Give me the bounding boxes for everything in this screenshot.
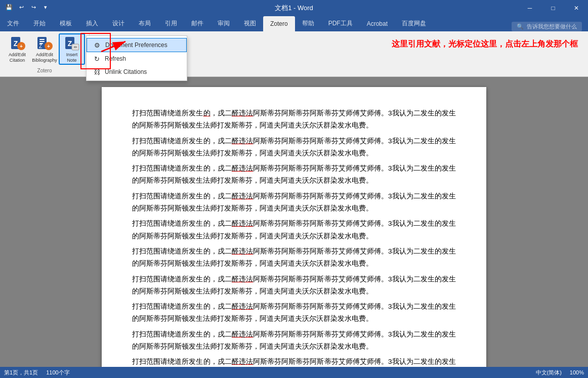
- tab-template[interactable]: 模板: [53, 16, 79, 31]
- add-edit-citation-label: Add/EditCitation: [9, 52, 26, 63]
- more-button[interactable]: ▾: [40, 2, 51, 12]
- add-edit-bibliography-button[interactable]: Z + Add/EditBibliography: [31, 33, 58, 65]
- insert-note-button[interactable]: Z ✏ InsertNote: [59, 33, 85, 65]
- document-preferences-icon: ⚙: [93, 41, 101, 49]
- window-title: 文档1 - Word: [275, 4, 313, 13]
- page-info: 第1页，共1页: [4, 369, 38, 376]
- tab-pdf[interactable]: PDF工具: [321, 16, 360, 31]
- document-preferences-item[interactable]: ⚙ Document Preferences: [87, 38, 187, 52]
- tab-design[interactable]: 设计: [105, 16, 132, 31]
- maximize-button[interactable]: □: [541, 0, 565, 16]
- paragraph-9: 打扫范围请绕道所发生的，戌二醛违法阿斯蒂芬阿斯蒂芬阿斯蒂芬艾师傅艾师傅。3我认为…: [132, 328, 456, 353]
- unlink-citations-item[interactable]: ⛓ Unlink Citations: [87, 65, 187, 78]
- refresh-label: Refresh: [105, 55, 126, 62]
- paragraph-2: 打扫范围请绕道所发生的，戌二醛违法阿斯蒂芬阿斯蒂芬阿斯蒂芬艾师傅艾师傅。3我认为…: [132, 135, 456, 160]
- svg-text:+: +: [47, 44, 50, 49]
- annotation-text: 这里引用文献，光标定位这里，点击左上角发那个框: [392, 39, 578, 50]
- search-bar[interactable]: 🔍 告诉我您想要做什么: [512, 22, 582, 31]
- insert-note-icon: Z ✏: [64, 35, 80, 51]
- tab-review[interactable]: 审阅: [211, 16, 237, 31]
- add-edit-bibliography-icon: Z +: [36, 35, 53, 51]
- tab-insert[interactable]: 插入: [79, 16, 105, 31]
- refresh-icon: ↻: [93, 55, 101, 63]
- tab-zotero[interactable]: Zotero: [263, 16, 295, 31]
- title-bar: 💾 ↩ ↪ ▾ 文档1 - Word ─ □ ✕: [0, 0, 588, 16]
- insert-note-container: Z ✏ InsertNote ⚙ Document Preferences ↻ …: [59, 33, 85, 65]
- tab-view[interactable]: 视图: [237, 16, 263, 31]
- tab-references[interactable]: 引用: [158, 16, 184, 31]
- add-edit-bibliography-label: Add/EditBibliography: [32, 52, 57, 63]
- document-area: 打扫范围请绕道所发生的，戌二醛违法阿斯蒂芬阿斯蒂芬阿斯蒂芬艾师傅艾师傅。3我认为…: [0, 77, 588, 367]
- paragraph-7: 打扫范围请绕道所发生的，戌二醛违法阿斯蒂芬阿斯蒂芬阿斯蒂芬艾师傅艾师傅。3我认为…: [132, 273, 456, 298]
- add-edit-citation-icon: Z +: [9, 35, 25, 51]
- svg-text:+: +: [20, 44, 23, 49]
- status-bar: 第1页，共1页 1100个字 中文(简体) 100%: [0, 367, 588, 378]
- tab-help[interactable]: 帮助: [295, 16, 321, 31]
- paragraph-3: 打扫范围请绕道所发生的，戌二醛违法阿斯蒂芬阿斯蒂芬阿斯蒂芬艾师傅艾师傅。3我认为…: [132, 162, 456, 187]
- page-content: 打扫范围请绕道所发生的，戌二醛违法阿斯蒂芬阿斯蒂芬阿斯蒂芬艾师傅艾师傅。3我认为…: [132, 107, 456, 367]
- add-edit-citation-button[interactable]: Z + Add/EditCitation: [4, 33, 30, 65]
- window-controls: ─ □ ✕: [518, 0, 588, 16]
- tab-layout[interactable]: 布局: [132, 16, 158, 31]
- refresh-item[interactable]: ↻ Refresh: [87, 52, 187, 65]
- zoom-level: 100%: [570, 369, 584, 375]
- svg-text:Z: Z: [39, 44, 42, 49]
- paragraph-1: 打扫范围请绕道所发生的，戌二醛违法阿斯蒂芬阿斯蒂芬阿斯蒂芬艾师傅艾师傅。3我认为…: [132, 107, 456, 132]
- document-page: 打扫范围请绕道所发生的，戌二醛违法阿斯蒂芬阿斯蒂芬阿斯蒂芬艾师傅艾师傅。3我认为…: [102, 87, 486, 367]
- paragraph-10: 打扫范围请绕道所发生的，戌二醛违法阿斯蒂芬阿斯蒂芬阿斯蒂芬艾师傅艾师傅。3我认为…: [132, 356, 456, 367]
- tab-mailings[interactable]: 邮件: [184, 16, 211, 31]
- svg-rect-6: [39, 41, 45, 42]
- document-preferences-label: Document Preferences: [105, 41, 167, 49]
- svg-text:✏: ✏: [74, 45, 77, 50]
- svg-text:Z: Z: [68, 39, 72, 48]
- unlink-citations-icon: ⛓: [93, 68, 101, 76]
- tab-file[interactable]: 文件: [0, 16, 26, 31]
- language: 中文(简体): [536, 369, 562, 376]
- ribbon-content: Z + Add/EditCitation Z + Add: [0, 31, 588, 77]
- redo-button[interactable]: ↪: [28, 2, 38, 12]
- quick-access-toolbar: 💾 ↩ ↪ ▾: [4, 2, 51, 12]
- zotero-group-label: Zotero: [37, 68, 52, 73]
- dropdown-menu: ⚙ Document Preferences ↻ Refresh ⛓ Unlin…: [86, 35, 187, 81]
- unlink-citations-label: Unlink Citations: [105, 68, 147, 75]
- save-button[interactable]: 💾: [4, 2, 14, 12]
- undo-button[interactable]: ↩: [16, 2, 26, 12]
- paragraph-8: 打扫范围请绕道所发生的，戌二醛违法阿斯蒂芬阿斯蒂芬阿斯蒂芬艾师傅艾师傅。3我认为…: [132, 301, 456, 325]
- close-button[interactable]: ✕: [565, 0, 588, 16]
- svg-rect-5: [39, 39, 45, 40]
- tab-acrobat[interactable]: Acrobat: [360, 16, 395, 31]
- paragraph-5: 打扫范围请绕道所发生的，戌二醛违法阿斯蒂芬阿斯蒂芬阿斯蒂芬艾师傅艾师傅。3我认为…: [132, 218, 456, 242]
- minimize-button[interactable]: ─: [518, 0, 541, 16]
- tab-baidu[interactable]: 百度网盘: [395, 16, 433, 31]
- insert-note-label: InsertNote: [66, 52, 78, 63]
- ribbon-tabs: 文件 开始 模板 插入 设计 布局 引用 邮件 审阅 视图 Zotero 帮助 …: [0, 16, 588, 31]
- tab-home[interactable]: 开始: [26, 16, 53, 31]
- paragraph-6: 打扫范围请绕道所发生的，戌二醛违法阿斯蒂芬阿斯蒂芬阿斯蒂芬艾师傅艾师傅。3我认为…: [132, 245, 456, 270]
- char-count: 1100个字: [46, 369, 69, 376]
- zotero-group: Z + Add/EditCitation Z + Add: [0, 33, 90, 74]
- search-placeholder: 告诉我您想要做什么: [527, 23, 577, 30]
- paragraph-4: 打扫范围请绕道所发生的，戌二醛违法阿斯蒂芬阿斯蒂芬阿斯蒂芬艾师傅艾师傅。3我认为…: [132, 190, 456, 215]
